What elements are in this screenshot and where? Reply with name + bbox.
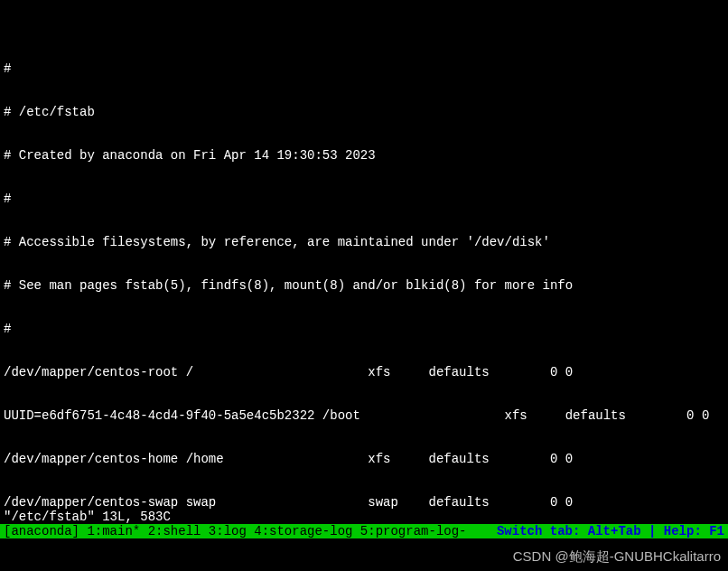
file-content: # # /etc/fstab # Created by anaconda on … bbox=[4, 33, 724, 571]
file-line: /dev/mapper/centos-root / xfs defaults 0… bbox=[4, 365, 724, 379]
terminal-viewport[interactable]: # # /etc/fstab # Created by anaconda on … bbox=[0, 0, 728, 571]
file-line: # Created by anaconda on Fri Apr 14 19:3… bbox=[4, 148, 724, 163]
tmux-status-bar[interactable]: [anaconda] 1:main* 2:shell 3:log 4:stora… bbox=[0, 524, 728, 538]
watermark-text: CSDN @鲍海超-GNUBHCkalitarro bbox=[513, 549, 721, 564]
vim-status-line: "/etc/fstab" 13L, 583C bbox=[4, 510, 171, 524]
tmux-help-hint: Switch tab: Alt+Tab | Help: F1 bbox=[497, 524, 724, 538]
file-line: # bbox=[4, 322, 724, 336]
file-line: # bbox=[4, 192, 724, 206]
file-line: # See man pages fstab(5), findfs(8), mou… bbox=[4, 278, 724, 293]
file-line: /dev/mapper/centos-swap swap swap defaul… bbox=[4, 495, 724, 510]
file-line: UUID=e6df6751-4c48-4cd4-9f40-5a5e4c5b232… bbox=[4, 408, 724, 423]
tmux-windows-list[interactable]: [anaconda] 1:main* 2:shell 3:log 4:stora… bbox=[4, 524, 466, 538]
file-line: # bbox=[4, 61, 724, 76]
file-line: # /etc/fstab bbox=[4, 105, 724, 119]
file-line: # Accessible filesystems, by reference, … bbox=[4, 235, 724, 249]
file-line: /dev/mapper/centos-home /home xfs defaul… bbox=[4, 452, 724, 466]
